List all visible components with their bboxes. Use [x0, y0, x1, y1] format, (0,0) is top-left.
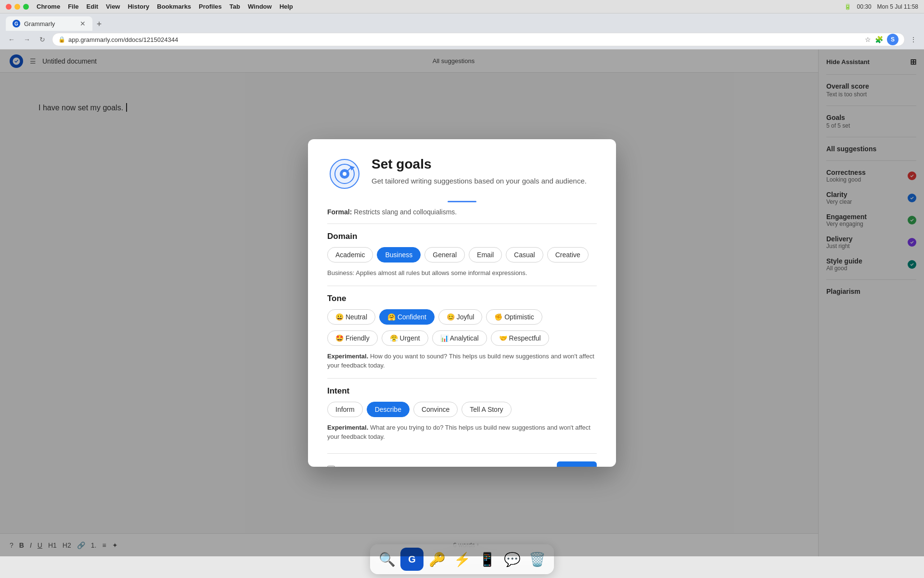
set-goals-modal: Set goals Get tailored writing suggestio… [308, 139, 616, 467]
extension-icon[interactable]: 🧩 [875, 36, 883, 43]
tab-close-button[interactable]: ✕ [80, 20, 86, 27]
domain-options: Academic Business General Email Casual C… [327, 247, 597, 263]
modal-section-divider-1 [327, 223, 597, 224]
domain-option-academic[interactable]: Academic [327, 247, 373, 263]
modal-title: Set goals [372, 157, 597, 172]
modal-header: Set goals Get tailored writing suggestio… [327, 157, 597, 191]
battery-time: 00:30 [857, 3, 872, 10]
address-row: ← → ↻ 🔒 app.grammarly.com/ddocs/12150243… [0, 31, 924, 49]
tone-options-row1: 😀 Neutral 🤗 Confident 😊 Joyful ✊ Optimis… [327, 309, 597, 325]
modal-footer: Show Set goals when I start a new docume… [327, 453, 597, 467]
browser-extra-icons: ⋮ [909, 35, 918, 44]
domain-label: Domain [327, 232, 597, 241]
intent-note: Experimental. What are you trying to do?… [327, 423, 597, 442]
close-dot[interactable] [6, 4, 12, 10]
modal-section-divider-2 [327, 286, 597, 286]
main-area: ☰ Untitled document All suggestions I ha… [0, 50, 924, 556]
intent-option-inform[interactable]: Inform [327, 402, 363, 417]
tone-label: Tone [327, 294, 597, 303]
tone-option-neutral[interactable]: 😀 Neutral [327, 309, 375, 325]
modal-goal-icon [327, 157, 362, 191]
url-text: app.grammarly.com/ddocs/1215024344 [68, 36, 178, 43]
modal-actions: Reset to defaults Done [481, 461, 597, 467]
bookmark-icon[interactable]: ☆ [865, 36, 871, 43]
tab-favicon: G [13, 20, 20, 27]
domain-option-casual[interactable]: Casual [506, 247, 543, 263]
intent-options: Inform Describe Convince Tell A Story [327, 402, 597, 417]
domain-option-business[interactable]: Business [377, 247, 421, 263]
back-button[interactable]: ← [6, 34, 17, 45]
tone-note: Experimental. How do you want to sound? … [327, 352, 597, 370]
modal-tab-indicator [327, 201, 597, 202]
minimize-dot[interactable] [14, 4, 20, 10]
show-set-goals-checkbox[interactable] [327, 466, 335, 467]
domain-option-creative[interactable]: Creative [547, 247, 589, 263]
tone-options-row2: 🤩 Friendly 😤 Urgent 📊 Analytical 🤝 Respe… [327, 330, 597, 346]
intent-label: Intent [327, 386, 597, 396]
battery-icon: 🔋 [844, 3, 851, 10]
menu-tab[interactable]: Tab [230, 3, 240, 10]
menu-history[interactable]: History [128, 3, 149, 10]
intent-option-describe[interactable]: Describe [367, 402, 410, 417]
tone-option-friendly[interactable]: 🤩 Friendly [327, 330, 378, 346]
domain-note: Business: Applies almost all rules but a… [327, 268, 597, 278]
menu-edit[interactable]: Edit [87, 3, 99, 10]
intent-option-tell-a-story[interactable]: Tell A Story [462, 402, 511, 417]
time-display: Mon 5 Jul 11:58 [877, 3, 918, 10]
modal-title-area: Set goals Get tailored writing suggestio… [372, 157, 597, 187]
modal-overlay[interactable]: Set goals Get tailored writing suggestio… [0, 50, 924, 556]
menu-bookmarks[interactable]: Bookmarks [157, 3, 191, 10]
menu-file[interactable]: File [68, 3, 78, 10]
tone-option-respectful[interactable]: 🤝 Respectful [491, 330, 549, 346]
menu-window[interactable]: Window [248, 3, 272, 10]
window-controls[interactable] [6, 4, 29, 10]
address-bar[interactable]: 🔒 app.grammarly.com/ddocs/1215024344 ☆ 🧩… [52, 33, 905, 46]
macos-menu[interactable]: Chrome File Edit View History Bookmarks … [37, 3, 293, 10]
tab-label: Grammarly [24, 20, 55, 27]
done-button[interactable]: Done [557, 461, 597, 467]
checkbox-label: Show Set goals when I start a new docume… [339, 466, 475, 467]
fullscreen-dot[interactable] [23, 4, 29, 10]
tone-option-optimistic[interactable]: ✊ Optimistic [486, 309, 542, 325]
refresh-button[interactable]: ↻ [37, 34, 48, 45]
reset-defaults-button[interactable]: Reset to defaults [481, 461, 551, 467]
lock-icon: 🔒 [58, 36, 65, 43]
intent-option-convince[interactable]: Convince [413, 402, 458, 417]
formal-note: Formal: Restricts slang and colloquialis… [327, 208, 597, 216]
new-tab-button[interactable]: + [92, 17, 106, 31]
more-options-icon[interactable]: ⋮ [909, 35, 918, 44]
tone-option-joyful[interactable]: 😊 Joyful [438, 309, 482, 325]
domain-option-general[interactable]: General [424, 247, 465, 263]
modal-section-divider-3 [327, 378, 597, 379]
forward-button[interactable]: → [21, 34, 33, 45]
tone-option-analytical[interactable]: 📊 Analytical [432, 330, 487, 346]
tone-option-urgent[interactable]: 😤 Urgent [382, 330, 428, 346]
svg-point-4 [343, 172, 346, 176]
address-bar-actions: ☆ 🧩 S [865, 34, 898, 45]
domain-option-email[interactable]: Email [469, 247, 502, 263]
menu-help[interactable]: Help [280, 3, 293, 10]
macos-status-bar: 🔋 00:30 Mon 5 Jul 11:58 [844, 3, 918, 10]
menu-view[interactable]: View [106, 3, 120, 10]
menu-chrome[interactable]: Chrome [37, 3, 60, 10]
tone-option-confident[interactable]: 🤗 Confident [379, 309, 435, 325]
browser-chrome: G Grammarly ✕ + ← → ↻ 🔒 app.grammarly.co… [0, 13, 924, 50]
show-set-goals-checkbox-row: Show Set goals when I start a new docume… [327, 466, 475, 467]
menu-profiles[interactable]: Profiles [199, 3, 222, 10]
modal-subtitle: Get tailored writing suggestions based o… [372, 176, 597, 187]
macos-menubar: Chrome File Edit View History Bookmarks … [0, 0, 924, 13]
profile-avatar[interactable]: S [887, 34, 898, 45]
tabs-row: G Grammarly ✕ + [0, 13, 924, 31]
active-tab[interactable]: G Grammarly ✕ [6, 16, 92, 31]
